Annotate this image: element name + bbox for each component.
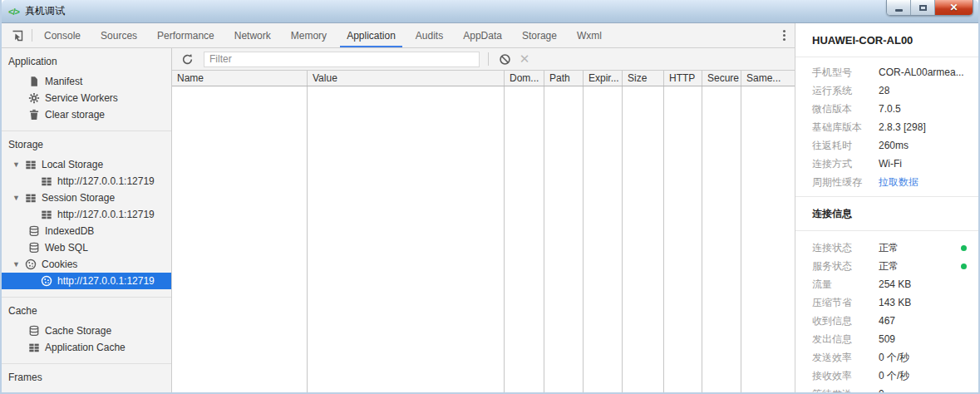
- delete-selected-icon[interactable]: ✕: [515, 50, 534, 68]
- tab-storage[interactable]: Storage: [512, 23, 567, 47]
- column-header-path[interactable]: Path: [544, 71, 584, 86]
- info-label: 手机型号: [812, 66, 879, 80]
- sidebar-item-cookies[interactable]: ▼Cookies: [2, 256, 171, 273]
- info-label: 往返耗时: [812, 139, 879, 153]
- sidebar-section-frames: Frames: [2, 364, 171, 392]
- tab-performance[interactable]: Performance: [147, 23, 224, 47]
- more-options-icon[interactable]: [773, 23, 795, 47]
- tab-memory[interactable]: Memory: [281, 23, 337, 47]
- sidebar-item-service-workers[interactable]: Service Workers: [2, 90, 171, 106]
- window-controls: ✕: [886, 0, 973, 16]
- inspect-element-icon[interactable]: [5, 23, 30, 47]
- tab-application[interactable]: Application: [337, 23, 406, 47]
- info-value: 正常: [879, 259, 899, 273]
- device-info-row: 发出信息509: [795, 330, 978, 348]
- sidebar-item-http-127-0-0-1-12719[interactable]: http://127.0.0.1:12719: [2, 173, 171, 190]
- expander-arrow-icon[interactable]: ▼: [12, 260, 24, 268]
- info-value: 0: [879, 388, 884, 392]
- close-button[interactable]: ✕: [935, 0, 973, 15]
- info-label: 压缩节省: [812, 296, 879, 310]
- cookie-icon: [40, 275, 52, 288]
- column-header-secure[interactable]: Secure: [702, 71, 741, 86]
- sidebar-item-label: http://127.0.0.1:12719: [57, 209, 155, 220]
- sidebar-item-cache-storage[interactable]: Cache Storage: [2, 323, 171, 339]
- column-body-dom: [505, 86, 544, 392]
- table-icon: [40, 175, 52, 188]
- column-body-http: [664, 86, 702, 392]
- cookies-grid-header: NameValueDom...PathExpir...SizeHTTPSecur…: [172, 71, 795, 86]
- tab-console[interactable]: Console: [34, 23, 91, 47]
- sidebar-item-label: http://127.0.0.1:12719: [57, 275, 155, 287]
- maximize-button[interactable]: [911, 0, 935, 15]
- sidebar-item-http-127-0-0-1-12719[interactable]: http://127.0.0.1:12719: [2, 206, 171, 223]
- column-header-dom[interactable]: Dom...: [505, 71, 544, 86]
- info-value: 0 个/秒: [879, 369, 909, 383]
- sidebar-section-title: Storage: [2, 131, 171, 156]
- sidebar-item-label: Service Workers: [45, 92, 118, 104]
- tab-wxml[interactable]: Wxml: [567, 23, 612, 47]
- column-header-http[interactable]: HTTP: [664, 71, 702, 86]
- info-value: 正常: [879, 241, 899, 255]
- tab-sources[interactable]: Sources: [91, 23, 147, 47]
- info-label: 发出信息: [812, 332, 879, 347]
- sidebar-item-local-storage[interactable]: ▼Local Storage: [2, 156, 171, 173]
- expander-arrow-icon[interactable]: ▼: [12, 194, 24, 202]
- device-info-row: 连接方式Wi-Fi: [795, 155, 978, 173]
- sidebar-item-label: Session Storage: [42, 192, 115, 204]
- column-header-expir[interactable]: Expir...: [584, 71, 623, 86]
- device-info-row: 等待发送0: [795, 385, 978, 392]
- sidebar-item-label: IndexedDB: [45, 225, 94, 237]
- info-label: 连接状态: [812, 241, 879, 255]
- table-icon: [40, 209, 52, 221]
- cookies-toolbar: ✕: [172, 48, 795, 71]
- toolbar-separator: [488, 52, 489, 66]
- column-header-value[interactable]: Value: [308, 71, 505, 86]
- table-icon: [24, 192, 37, 204]
- expander-arrow-icon[interactable]: ▼: [12, 160, 24, 169]
- cookies-grid-body[interactable]: [172, 86, 795, 392]
- code-logo-icon: </>: [8, 7, 19, 17]
- info-value: 7.0.5: [879, 103, 901, 115]
- pull-data-link[interactable]: 拉取数据: [879, 175, 918, 190]
- column-body-path: [544, 86, 584, 392]
- device-info-row: 运行系统28: [795, 81, 978, 100]
- info-label: 等待发送: [812, 387, 879, 393]
- gear-icon: [27, 92, 40, 105]
- clear-cookies-icon[interactable]: [495, 50, 515, 68]
- sidebar-item-session-storage[interactable]: ▼Session Storage: [2, 190, 171, 206]
- refresh-icon[interactable]: [177, 50, 197, 68]
- info-value: 28: [879, 85, 889, 96]
- sidebar-item-manifest[interactable]: Manifest: [2, 73, 171, 90]
- sidebar-item-label: http://127.0.0.1:12719: [57, 175, 155, 187]
- tab-appdata[interactable]: AppData: [453, 23, 512, 47]
- column-body-secure: [702, 86, 741, 392]
- titlebar: </> 真机调试 ✕: [2, 0, 978, 23]
- tab-network[interactable]: Network: [224, 23, 281, 47]
- column-body-same: [741, 86, 795, 392]
- column-header-name[interactable]: Name: [172, 71, 308, 86]
- sidebar-item-indexeddb[interactable]: IndexedDB: [2, 223, 171, 239]
- tab-audits[interactable]: Audits: [406, 23, 453, 47]
- info-value: 2.8.3 [298]: [879, 121, 926, 133]
- info-label: 连接方式: [812, 157, 879, 171]
- column-header-same[interactable]: Same...: [741, 71, 795, 86]
- filter-input[interactable]: [204, 52, 480, 67]
- device-info-row: 往返耗时260ms: [795, 136, 978, 155]
- sidebar-section-storage: Storage▼Local Storagehttp://127.0.0.1:12…: [2, 131, 171, 298]
- minimize-button[interactable]: [887, 0, 911, 15]
- sidebar-item-web-sql[interactable]: Web SQL: [2, 239, 171, 256]
- sidebar-item-http-127-0-0-1-12719[interactable]: http://127.0.0.1:12719: [2, 273, 171, 289]
- info-label: 服务状态: [812, 259, 879, 273]
- database-icon: [27, 325, 40, 337]
- info-value: 254 KB: [879, 278, 911, 290]
- sidebar-item-clear-storage[interactable]: Clear storage: [2, 106, 171, 123]
- sidebar-item-application-cache[interactable]: Application Cache: [2, 339, 171, 356]
- column-header-size[interactable]: Size: [623, 71, 664, 86]
- sidebar-section-application: ApplicationManifestService WorkersClear …: [2, 48, 171, 131]
- cookie-icon: [24, 259, 37, 271]
- info-label: 周期性缓存: [812, 175, 879, 190]
- sidebar-item-label: Application Cache: [45, 342, 126, 353]
- device-info-row: 基础库版本2.8.3 [298]: [795, 118, 978, 136]
- document-icon: [27, 76, 40, 88]
- connection-info-list: 连接状态正常服务状态正常流量254 KB压缩节省143 KB收到信息467发出信…: [795, 231, 978, 392]
